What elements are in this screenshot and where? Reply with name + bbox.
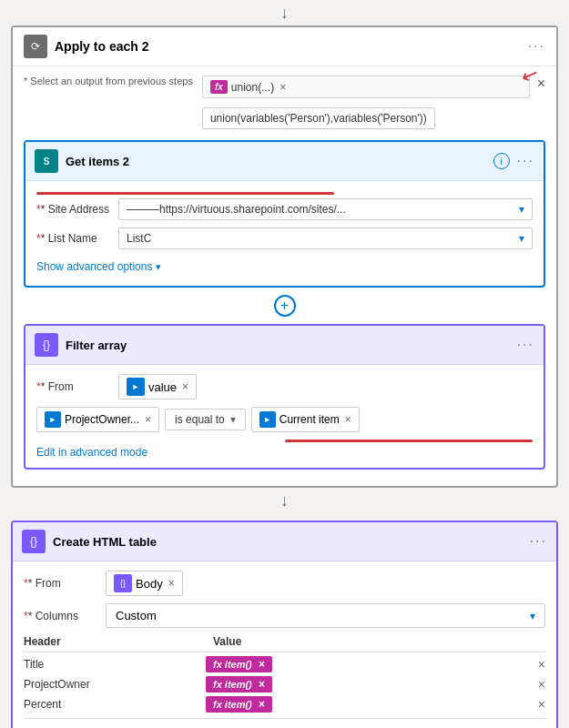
get-items-body: ** Site Address ———https://virtuous.shar… (25, 181, 544, 286)
body-close[interactable]: × (168, 577, 175, 590)
filter-array-title: Filter array (66, 339, 517, 352)
header-col-label: Header (24, 635, 206, 648)
item-badge-label: fx (213, 699, 222, 710)
list-name-chevron: ▾ (519, 232, 524, 245)
add-btn-row: + (24, 295, 545, 317)
get-items-menu[interactable]: ··· (517, 153, 534, 169)
top-arrow: ↓ (11, 0, 558, 25)
underline-red-top (36, 192, 334, 195)
apply-each-menu[interactable]: ··· (528, 38, 545, 55)
value-badge-text: value (148, 380, 177, 394)
chip-close[interactable]: × (145, 413, 151, 426)
select-label: * Select an output from previous steps (24, 76, 193, 86)
site-address-chevron: ▾ (519, 203, 524, 216)
filter-icon: {} (35, 333, 58, 357)
apply-each-container: ⟳ Apply to each 2 ··· * Select an output… (11, 25, 558, 488)
create-html-title: Create HTML table (53, 535, 530, 549)
columns-value: Custom (116, 609, 157, 622)
table-row-header: Title (24, 658, 206, 671)
row-delete[interactable]: × (538, 697, 545, 712)
table-row-value: fx item() × × (206, 696, 545, 713)
item-badge-close[interactable]: × (259, 698, 265, 711)
filter-array-header: {} Filter array ··· (25, 326, 544, 365)
columns-label: ** Columns (24, 610, 106, 622)
info-icon[interactable]: i (493, 153, 510, 169)
apply-each-header: ⟳ Apply to each 2 ··· (13, 27, 556, 66)
table-row: Title fx item() × × (24, 656, 545, 672)
close-main[interactable]: × (537, 76, 545, 92)
sharepoint-icon: S (35, 149, 58, 173)
value-badge: ► value × (118, 374, 197, 399)
apply-each-body: * Select an output from previous steps f… (13, 66, 556, 486)
filter-array-menu[interactable]: ··· (517, 337, 534, 353)
item-badge-close[interactable]: × (259, 678, 265, 691)
current-item-close[interactable]: × (345, 413, 351, 426)
body-badge-text: Body (136, 577, 163, 591)
columns-row: ** Columns Custom ▾ (24, 603, 545, 628)
operator-select[interactable]: is equal to ▾ (165, 409, 246, 430)
row-delete[interactable]: × (538, 657, 545, 672)
table-rows: Title fx item() × × ProjectOwner fx item… (24, 656, 545, 713)
middle-arrow: ↓ (11, 488, 558, 513)
html-from-row: ** From {} Body × (24, 571, 545, 596)
value-col-label: Value (206, 635, 545, 648)
table-row: ProjectOwner fx item() × × (24, 676, 545, 693)
union-badge: fx (210, 80, 228, 94)
filter-from-row: ** From ► value × (36, 374, 533, 399)
site-address-text: ———https://virtuous.sharepoint.com/sites… (127, 203, 346, 216)
item-badge-close[interactable]: × (259, 658, 265, 671)
tooltip-box: union(variables('Person'),variables('Per… (202, 107, 435, 129)
list-name-label: ** List Name (36, 232, 118, 245)
filter-array-body: ** From ► value × ► ProjectOwner... × (25, 365, 544, 468)
list-name-row: ** List Name ListC ▾ (36, 228, 533, 249)
chip-icon: ► (45, 411, 61, 428)
get-items-title: Get items 2 (66, 155, 493, 168)
item-badge: fx item() × (206, 656, 272, 672)
columns-dropdown[interactable]: Custom ▾ (106, 603, 545, 628)
filter-from-label: ** From (36, 380, 118, 393)
site-address-row: ** Site Address ———https://virtuous.shar… (36, 198, 533, 220)
hide-advanced-btn[interactable]: Hide advanced options ▴ (24, 718, 545, 728)
show-advanced-chevron: ▾ (156, 261, 161, 273)
edit-advanced-btn[interactable]: Edit in advanced mode (36, 446, 533, 459)
html-from-label: ** From (24, 577, 106, 590)
show-advanced-btn[interactable]: Show advanced options ▾ (36, 257, 533, 277)
union-text: union(...) (231, 81, 274, 94)
list-name-value[interactable]: ListC ▾ (118, 228, 533, 249)
condition-row: ► ProjectOwner... × is equal to ▾ ► Curr… (36, 407, 533, 432)
body-icon: {} (114, 574, 132, 592)
row-delete[interactable]: × (538, 677, 545, 692)
add-button[interactable]: + (274, 295, 296, 317)
columns-chevron: ▾ (530, 610, 535, 622)
html-icon: {} (22, 530, 46, 553)
create-html-body: ** From {} Body × ** Columns Custom ▾ He… (13, 561, 556, 728)
union-row: fx union(...) × ↙ (202, 76, 530, 98)
body-badge: {} Body × (106, 571, 183, 596)
value-badge-close[interactable]: × (182, 380, 188, 393)
item-badge-label: fx (213, 659, 222, 670)
create-html-card: {} Create HTML table ··· ** From {} Body… (11, 521, 558, 728)
table-row: Percent fx item() × × (24, 696, 545, 713)
site-address-label: ** Site Address (36, 203, 118, 216)
table-row-value: fx item() × × (206, 656, 545, 672)
table-row-value: fx item() × × (206, 676, 545, 693)
site-address-value[interactable]: ———https://virtuous.sharepoint.com/sites… (118, 198, 533, 220)
project-owner-chip[interactable]: ► ProjectOwner... × (36, 407, 159, 432)
underline-red-filter (285, 440, 533, 442)
get-items-header: S Get items 2 i ··· (25, 142, 544, 181)
item-badge-label: fx (213, 679, 222, 690)
list-name-text: ListC (127, 232, 151, 245)
create-html-header: {} Create HTML table ··· (13, 522, 556, 561)
create-html-menu[interactable]: ··· (530, 533, 547, 550)
item-badge: fx item() × (206, 676, 272, 693)
item-badge: fx item() × (206, 696, 272, 713)
filter-array-card: {} Filter array ··· ** From ► value × (24, 324, 545, 470)
get-items-card: S Get items 2 i ··· ** Site Address ———h… (24, 140, 545, 288)
table-row-header: Percent (24, 698, 206, 711)
current-item-chip[interactable]: ► Current item × (251, 407, 360, 432)
table-header-row: Header Value (24, 635, 545, 652)
table-row-header: ProjectOwner (24, 678, 206, 691)
union-close[interactable]: × (279, 81, 286, 94)
value-icon: ► (127, 378, 145, 396)
apply-each-icon: ⟳ (24, 35, 47, 58)
